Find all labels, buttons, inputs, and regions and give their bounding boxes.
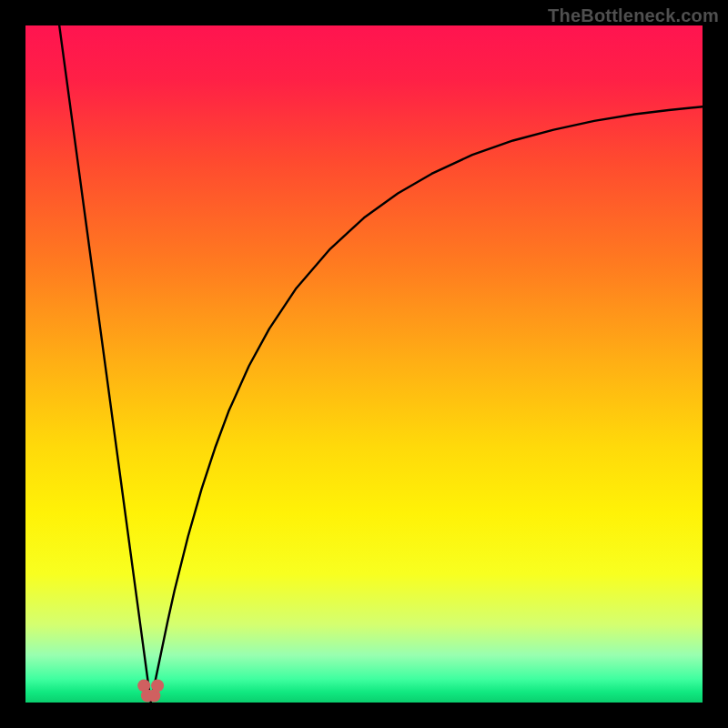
notch-marker-dot [151,679,164,692]
attribution-text: TheBottleneck.com [548,5,719,26]
gradient-background [25,25,703,703]
chart-frame: TheBottleneck.com [0,0,728,728]
chart-svg [25,25,703,703]
plot-area [25,25,703,703]
